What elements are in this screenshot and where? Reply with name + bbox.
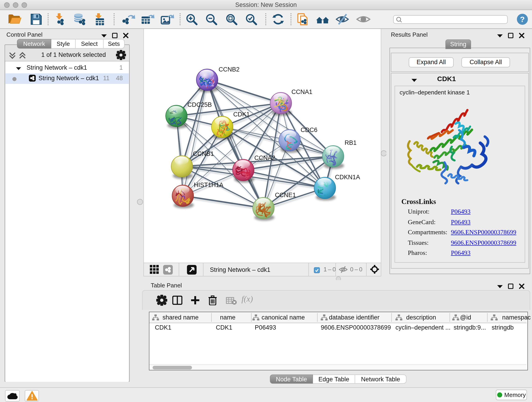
svg-text:?: ? — [520, 15, 525, 24]
svg-text:CCNB2: CCNB2 — [219, 66, 240, 73]
svg-text:CCNA1: CCNA1 — [291, 89, 312, 95]
svg-text:CCNB1: CCNB1 — [193, 150, 214, 157]
svg-text:CCNA2: CCNA2 — [254, 154, 275, 161]
svg-text:CDC25B: CDC25B — [187, 101, 212, 108]
svg-text:CCNE1: CCNE1 — [275, 191, 296, 198]
svg-text:CDK1: CDK1 — [233, 111, 250, 118]
svg-text:HIST1H1A: HIST1H1A — [194, 182, 223, 188]
svg-text:CDC6: CDC6 — [301, 127, 317, 133]
svg-text:RB1: RB1 — [345, 139, 357, 146]
svg-text:CDKN1A: CDKN1A — [335, 174, 360, 181]
